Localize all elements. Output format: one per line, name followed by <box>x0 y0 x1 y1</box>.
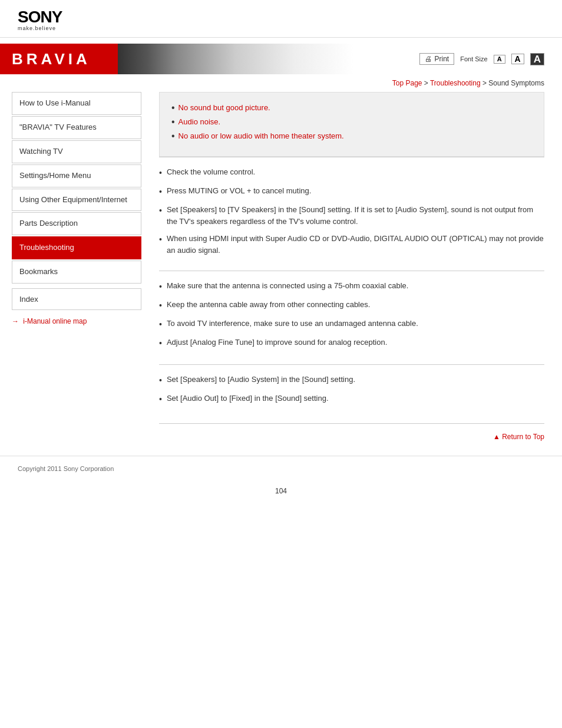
section-no-sound: • Check the volume control. • Press MUTI… <box>159 157 544 271</box>
footer: Copyright 2011 Sony Corporation <box>0 456 562 481</box>
toc-bullet-2: • <box>171 117 175 127</box>
content-item-1-3: • Set [Speakers] to [TV Speakers] in the… <box>159 204 544 227</box>
content-item-1-2: • Press MUTING or VOL + to cancel muting… <box>159 185 544 198</box>
print-button[interactable]: 🖨 Print <box>419 53 454 65</box>
bullet-3-2: • <box>159 393 162 406</box>
breadcrumb-sep1: > <box>424 79 430 87</box>
toc-bullet-1: • <box>171 103 175 113</box>
toc-item-3: • No audio or low audio with home theate… <box>171 131 532 141</box>
toc-bullet-3: • <box>171 131 175 141</box>
sidebar-item-bookmarks[interactable]: Bookmarks <box>12 261 141 284</box>
toc-link-2[interactable]: Audio noise. <box>178 117 221 126</box>
sidebar-item-how-to-use[interactable]: How to Use i-Manual <box>12 92 141 115</box>
printer-icon: 🖨 <box>425 55 432 63</box>
up-arrow-icon: ▲ <box>493 433 502 441</box>
toc-link-3[interactable]: No audio or low audio with home theater … <box>178 131 344 140</box>
return-to-top-link[interactable]: ▲ Return to Top <box>493 433 544 441</box>
font-size-small-button[interactable]: A <box>494 55 505 64</box>
content-item-2-1: • Make sure that the antenna is connecte… <box>159 280 544 293</box>
breadcrumb-top-page[interactable]: Top Page <box>392 79 422 87</box>
font-size-label: Font Size <box>460 55 487 62</box>
bullet-2-4: • <box>159 337 162 350</box>
section-home-theater: • Set [Speakers] to [Audio System] in th… <box>159 364 544 420</box>
section-audio-noise: • Make sure that the antenna is connecte… <box>159 271 544 364</box>
breadcrumb-current: Sound Symptoms <box>488 79 544 87</box>
sony-logo-text: SONY <box>18 9 544 25</box>
sony-logo: SONY make.believe <box>18 9 544 31</box>
sidebar-item-troubleshooting[interactable]: Troubleshooting <box>12 236 141 259</box>
sidebar-item-using-other[interactable]: Using Other Equipment/Internet <box>12 189 141 212</box>
content-item-2-3: • To avoid TV interference, make sure to… <box>159 318 544 331</box>
sidebar-item-settings-home[interactable]: Settings/Home Menu <box>12 164 141 187</box>
font-size-large-button[interactable]: A <box>530 53 544 65</box>
content-item-2-2: • Keep the antenna cable away from other… <box>159 299 544 312</box>
main-layout: How to Use i-Manual "BRAVIA" TV Features… <box>0 92 562 444</box>
breadcrumb: Top Page > Troubleshooting > Sound Sympt… <box>0 74 562 92</box>
bullet-2-1: • <box>159 281 162 293</box>
page-number: 104 <box>0 481 562 501</box>
breadcrumb-sep2: > <box>482 79 488 87</box>
banner-controls: 🖨 Print Font Size A A A <box>414 51 550 68</box>
bullet-1-2: • <box>159 186 162 198</box>
content-item-3-2: • Set [Audio Out] to [Fixed] in the [Sou… <box>159 393 544 406</box>
online-map-link: → i-Manual online map <box>12 317 141 325</box>
content-item-3-1: • Set [Speakers] to [Audio System] in th… <box>159 374 544 387</box>
header: SONY make.believe <box>0 0 562 38</box>
font-size-medium-button[interactable]: A <box>511 54 524 64</box>
bullet-1-4: • <box>159 233 162 246</box>
bravia-banner: BRAVIA 🖨 Print Font Size A A A <box>0 44 562 74</box>
sidebar-item-watching-tv[interactable]: Watching TV <box>12 140 141 163</box>
copyright-text: Copyright 2011 Sony Corporation <box>18 465 114 472</box>
sony-tagline: make.believe <box>18 25 544 31</box>
sidebar-item-index[interactable]: Index <box>12 288 141 310</box>
sidebar-item-parts-description[interactable]: Parts Description <box>12 212 141 235</box>
bullet-2-3: • <box>159 318 162 331</box>
breadcrumb-troubleshooting[interactable]: Troubleshooting <box>430 79 481 87</box>
content-area: • No sound but good picture. • Audio noi… <box>153 92 550 444</box>
bullet-1-1: • <box>159 167 162 179</box>
arrow-icon: → <box>12 317 19 325</box>
bullet-3-1: • <box>159 374 162 387</box>
toc-box: • No sound but good picture. • Audio noi… <box>159 92 544 157</box>
sidebar: How to Use i-Manual "BRAVIA" TV Features… <box>12 92 141 444</box>
toc-item-2: • Audio noise. <box>171 117 532 127</box>
bullet-1-3: • <box>159 205 162 217</box>
bravia-title: BRAVIA <box>12 50 91 68</box>
toc-link-1[interactable]: No sound but good picture. <box>178 103 270 112</box>
toc-item-1: • No sound but good picture. <box>171 103 532 113</box>
return-to-top: ▲ Return to Top <box>159 423 544 444</box>
sidebar-item-bravia-features[interactable]: "BRAVIA" TV Features <box>12 116 141 139</box>
content-item-1-4: • When using HDMI input with Super Audio… <box>159 233 544 256</box>
bullet-2-2: • <box>159 299 162 312</box>
content-item-2-4: • Adjust [Analog Fine Tune] to improve s… <box>159 337 544 350</box>
content-item-1-1: • Check the volume control. <box>159 166 544 179</box>
online-map-anchor[interactable]: → i-Manual online map <box>12 317 87 325</box>
